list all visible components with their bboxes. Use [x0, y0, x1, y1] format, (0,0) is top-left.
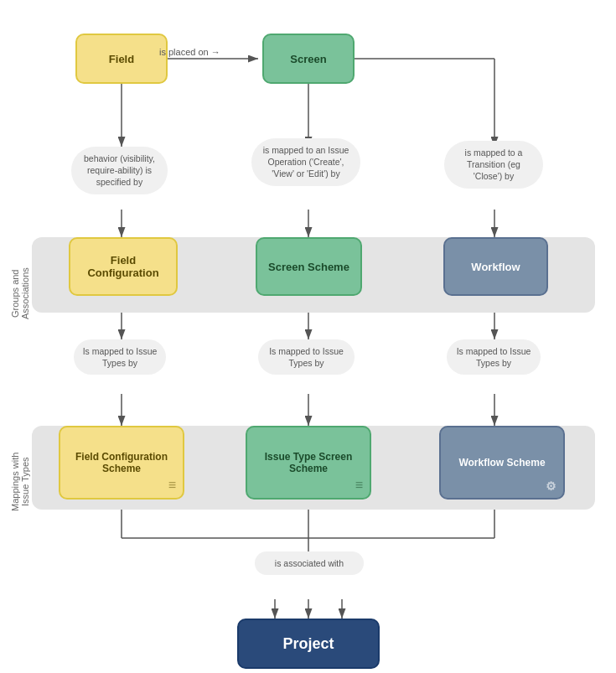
bubble-wf-mapped: Is mapped to Issue Types by [447, 339, 541, 375]
workflow-label: Workflow [471, 261, 520, 273]
workflow-scheme-box: Workflow Scheme ⚙ [439, 426, 565, 500]
screen-node-box: Screen [262, 34, 355, 84]
bubble-screen-transition: is mapped to a Transition (eg 'Close') b… [444, 141, 543, 189]
bubble-behavior: behavior (visibility, require-ability) i… [71, 147, 168, 194]
screen-node: Screen [262, 34, 355, 84]
field-configuration-box: Field Configuration [69, 237, 178, 296]
workflow-scheme-label: Workflow Scheme [458, 457, 545, 469]
project-node: Project [237, 619, 380, 669]
screen-scheme-node: Screen Scheme [256, 237, 362, 296]
main-diagram: Field is placed on → Screen Groups and A… [8, 17, 608, 670]
workflow-icon: ⚙ [546, 479, 556, 493]
field-config-scheme-box: Field Configuration Scheme ≡ [59, 426, 184, 500]
list-icon: ≡ [168, 478, 176, 493]
bubble-associated: is associated with [255, 551, 364, 575]
issue-type-screen-scheme-label: Issue Type Screen Scheme [257, 451, 360, 474]
issue-type-screen-scheme-node: Issue Type Screen Scheme ≡ [246, 426, 371, 500]
field-to-screen-label: is placed on → [159, 47, 220, 57]
field-configuration-node: Field Configuration [69, 237, 178, 296]
workflow-scheme-node: Workflow Scheme ⚙ [439, 426, 565, 500]
bubble-fc-mapped: Is mapped to Issue Types by [74, 339, 166, 375]
list-icon-2: ≡ [355, 478, 363, 493]
mappings-section-label: Mappings with Issue Types [10, 444, 30, 520]
project-box: Project [237, 619, 380, 669]
groups-section-label: Groups and Associations [10, 260, 30, 327]
field-configuration-label: Field Configuration [80, 254, 166, 279]
field-node-box: Field [75, 34, 168, 84]
field-node: Field [75, 34, 168, 84]
bubble-ss-mapped: Is mapped to Issue Types by [258, 339, 355, 375]
field-config-scheme-node: Field Configuration Scheme ≡ [59, 426, 184, 500]
workflow-node: Workflow [443, 237, 548, 296]
issue-type-screen-scheme-box: Issue Type Screen Scheme ≡ [246, 426, 371, 500]
bubble-screen-operation: is mapped to an Issue Operation ('Create… [251, 138, 360, 186]
field-label: Field [109, 53, 134, 65]
screen-scheme-label: Screen Scheme [268, 261, 349, 273]
field-config-scheme-label: Field Configuration Scheme [70, 451, 173, 474]
diagram-container: Field is placed on → Screen Groups and A… [0, 0, 616, 673]
screen-label: Screen [290, 53, 326, 65]
project-label: Project [282, 635, 334, 653]
workflow-box: Workflow [443, 237, 548, 296]
screen-scheme-box: Screen Scheme [256, 237, 362, 296]
